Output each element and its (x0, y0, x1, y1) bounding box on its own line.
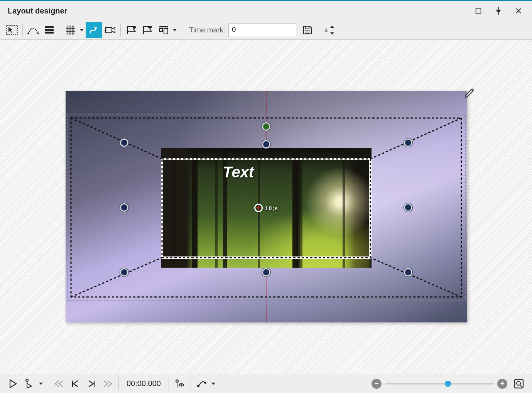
svg-rect-6 (45, 32, 54, 34)
zoom-slider-thumb[interactable] (445, 381, 451, 387)
motion-path-dropdown[interactable] (210, 376, 216, 392)
resize-handle-bl[interactable] (120, 268, 128, 277)
zoom-fit-button[interactable] (511, 376, 527, 391)
resize-handle-tl[interactable] (120, 138, 128, 147)
prev-frame-button[interactable] (68, 376, 83, 391)
spin-down-button[interactable] (330, 30, 334, 37)
time-mark-field[interactable]: s (228, 23, 296, 37)
separator (48, 377, 48, 390)
media-clip[interactable]: Text 10;s (161, 148, 372, 268)
path-tool-button[interactable] (86, 22, 102, 38)
canvas-area[interactable]: Text 10;s (0, 40, 532, 374)
center-marker[interactable]: 10;s (254, 204, 278, 212)
visibility-mode-button[interactable] (172, 376, 187, 391)
timecode-display: 00:00.000 (122, 379, 166, 388)
rotate-handle[interactable] (262, 122, 270, 131)
motion-path-button[interactable] (194, 376, 209, 391)
play-range-dropdown[interactable] (38, 376, 44, 392)
stage[interactable]: Text 10;s (66, 91, 467, 322)
svg-point-23 (176, 380, 178, 382)
stack-tool-button[interactable] (41, 22, 57, 38)
playback-bar: 00:00.000 − + (0, 374, 532, 393)
resize-handle-br[interactable] (404, 268, 412, 277)
svg-rect-11 (164, 29, 168, 34)
keyframe-remove-button[interactable] (139, 22, 155, 38)
svg-line-20 (71, 258, 162, 297)
zoom-slider[interactable] (385, 383, 493, 385)
play-button[interactable] (5, 376, 21, 391)
curve-tool-button[interactable] (25, 22, 41, 38)
svg-rect-7 (106, 27, 112, 33)
resize-handle-bottom[interactable] (262, 268, 270, 277)
svg-rect-0 (476, 8, 481, 13)
svg-point-24 (181, 384, 182, 386)
zoom-out-button[interactable]: − (372, 379, 382, 389)
svg-point-3 (37, 33, 39, 34)
svg-rect-5 (45, 29, 54, 31)
time-mark-spinner[interactable] (330, 23, 334, 37)
svg-rect-4 (45, 26, 54, 28)
align-tool-button[interactable] (155, 22, 172, 38)
camera-tool-button[interactable] (102, 22, 118, 38)
grid-tool-button[interactable] (62, 22, 79, 38)
next-frame-button[interactable] (84, 376, 99, 391)
zoom-in-button[interactable]: + (497, 379, 507, 389)
separator (22, 24, 23, 37)
title-bar: Layout designer (0, 1, 532, 20)
maximize-button[interactable] (469, 3, 488, 19)
zoom-controls: − + (372, 376, 527, 391)
resize-handle-right[interactable] (404, 203, 412, 212)
align-dropdown[interactable] (172, 22, 178, 38)
keyframe-add-button[interactable] (123, 22, 139, 38)
separator (120, 24, 121, 37)
separator (60, 24, 60, 37)
svg-rect-9 (159, 26, 168, 27)
selection-tool-button[interactable] (4, 22, 20, 38)
play-range-button[interactable] (22, 376, 37, 391)
spin-up-button[interactable] (330, 23, 334, 30)
rewind-button[interactable] (51, 376, 67, 391)
svg-line-18 (71, 118, 162, 159)
separator (118, 377, 119, 390)
window-title: Layout designer (8, 7, 67, 15)
svg-line-19 (370, 118, 461, 159)
stage-wrap: Text 10;s (66, 91, 467, 322)
separator (191, 377, 191, 390)
toolbar: Time mark: s (0, 20, 532, 40)
separator (181, 24, 181, 37)
resize-handle-top[interactable] (262, 140, 270, 148)
svg-rect-10 (159, 29, 162, 32)
svg-line-21 (370, 258, 461, 297)
text-overlay[interactable]: Text (223, 164, 254, 181)
svg-point-22 (26, 379, 28, 381)
resize-handle-tr[interactable] (404, 138, 412, 147)
time-mark-label: Time mark: (189, 26, 225, 34)
fast-forward-button[interactable] (100, 376, 115, 391)
crosshair-icon (254, 204, 263, 212)
center-duration: 10;s (265, 205, 278, 211)
pin-button[interactable] (489, 3, 508, 19)
save-button[interactable] (299, 22, 316, 38)
resize-handle-left[interactable] (120, 203, 128, 212)
grid-dropdown[interactable] (79, 22, 85, 38)
svg-point-27 (517, 381, 520, 385)
window-buttons (469, 3, 528, 19)
separator (169, 377, 169, 390)
time-mark-unit: s (324, 27, 330, 34)
close-button[interactable] (509, 3, 528, 19)
svg-point-2 (27, 33, 29, 34)
edit-pencil-button[interactable] (464, 87, 475, 100)
